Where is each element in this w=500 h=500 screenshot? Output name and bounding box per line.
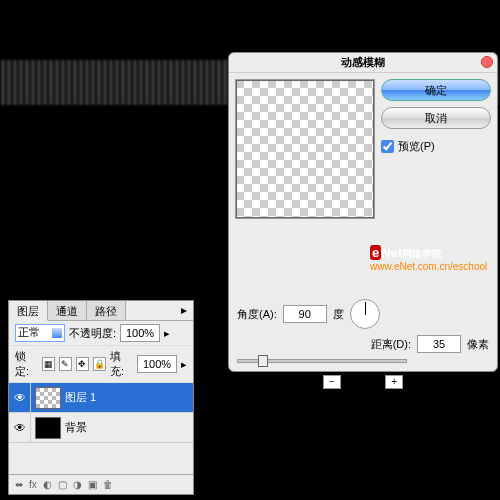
opacity-input[interactable] <box>120 324 160 342</box>
adjustment-icon[interactable]: ◑ <box>73 479 82 490</box>
motion-blur-dialog: 动感模糊 确定 取消 预览(P) − 100% + 角度(A): 度 距离(D)… <box>228 52 498 372</box>
lock-paint-icon[interactable]: ✎ <box>59 357 72 371</box>
tab-paths[interactable]: 路径 <box>87 301 126 320</box>
folder-icon[interactable]: ▢ <box>58 479 67 490</box>
tab-layers[interactable]: 图层 <box>9 301 48 321</box>
trash-icon[interactable]: 🗑 <box>103 479 113 490</box>
zoom-out-button[interactable]: − <box>323 375 341 389</box>
preview-label: 预览(P) <box>398 139 435 154</box>
slider-thumb[interactable] <box>258 355 268 367</box>
lock-move-icon[interactable]: ✥ <box>76 357 89 371</box>
mask-icon[interactable]: ◐ <box>43 479 52 490</box>
layer-thumbnail[interactable] <box>35 417 61 439</box>
fill-input[interactable] <box>137 355 177 373</box>
preview-checkbox-row[interactable]: 预览(P) <box>381 139 491 154</box>
fill-arrow-icon[interactable]: ▸ <box>181 358 187 371</box>
watermark: eNet网络学院 www.eNet.com.cn/eschool <box>370 245 487 272</box>
link-icon[interactable]: ⬌ <box>15 479 23 490</box>
dialog-title: 动感模糊 <box>341 55 385 70</box>
distance-slider[interactable] <box>237 359 407 363</box>
fx-icon[interactable]: fx <box>29 479 37 490</box>
preview-checkbox[interactable] <box>381 140 394 153</box>
panel-menu-icon[interactable]: ▸ <box>175 301 193 320</box>
lock-label: 锁定: <box>15 349 38 379</box>
brand-suffix: 网络学院 <box>402 248 442 259</box>
angle-wheel[interactable] <box>350 299 380 329</box>
distance-input[interactable] <box>417 335 461 353</box>
layer-name: 背景 <box>65 420 87 435</box>
visibility-icon[interactable]: 👁 <box>9 413 31 443</box>
visibility-icon[interactable]: 👁 <box>9 383 31 413</box>
layer-row[interactable]: 👁 背景 <box>9 413 193 443</box>
zoom-in-button[interactable]: + <box>385 375 403 389</box>
brand-net: Net <box>381 245 402 260</box>
layer-name: 图层 1 <box>65 390 96 405</box>
tab-channels[interactable]: 通道 <box>48 301 87 320</box>
layers-panel: 图层 通道 路径 ▸ 正常 不透明度: ▸ 锁定: ▦ ✎ ✥ 🔒 填充: ▸ … <box>8 300 194 495</box>
brand-e: e <box>370 245 381 260</box>
layer-row[interactable]: 👁 图层 1 <box>9 383 193 413</box>
angle-unit: 度 <box>333 307 344 322</box>
watermark-url: www.eNet.com.cn/eschool <box>370 261 487 272</box>
distance-unit: 像素 <box>467 337 489 352</box>
opacity-label: 不透明度: <box>69 326 116 341</box>
layer-thumbnail[interactable] <box>35 387 61 409</box>
new-layer-icon[interactable]: ▣ <box>88 479 97 490</box>
close-icon[interactable] <box>481 56 493 68</box>
ok-button[interactable]: 确定 <box>381 79 491 101</box>
distance-label: 距离(D): <box>371 337 411 352</box>
layers-footer: ⬌ fx ◐ ▢ ◑ ▣ 🗑 <box>9 474 193 494</box>
zoom-value: 100% <box>349 376 377 388</box>
lock-transparency-icon[interactable]: ▦ <box>42 357 55 371</box>
lock-all-icon[interactable]: 🔒 <box>93 357 106 371</box>
opacity-arrow-icon[interactable]: ▸ <box>164 327 170 340</box>
angle-input[interactable] <box>283 305 327 323</box>
fill-label: 填充: <box>110 349 133 379</box>
dialog-titlebar[interactable]: 动感模糊 <box>229 53 497 73</box>
preview-thumbnail[interactable] <box>235 79 375 219</box>
angle-label: 角度(A): <box>237 307 277 322</box>
cancel-button[interactable]: 取消 <box>381 107 491 129</box>
blend-mode-select[interactable]: 正常 <box>15 324 65 342</box>
